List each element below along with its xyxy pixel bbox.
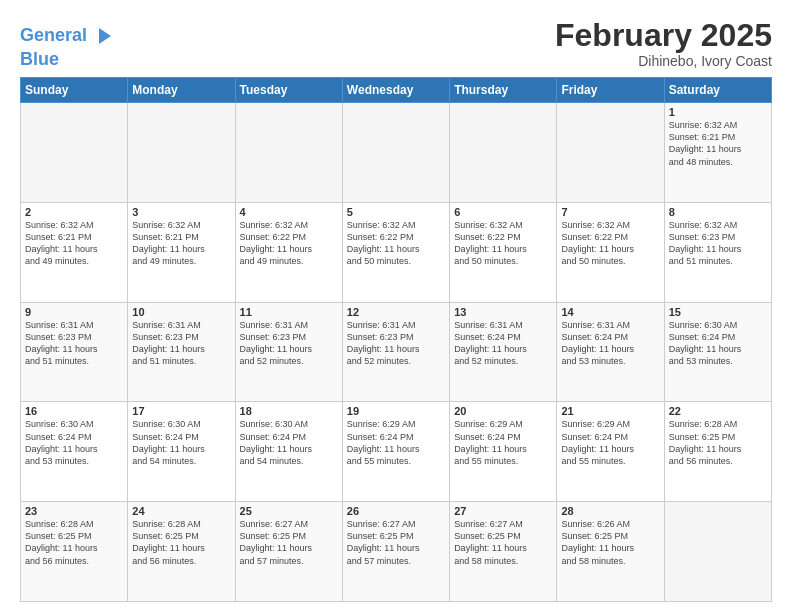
week-row-0: 1Sunrise: 6:32 AM Sunset: 6:21 PM Daylig… xyxy=(21,103,772,203)
day-cell: 25Sunrise: 6:27 AM Sunset: 6:25 PM Dayli… xyxy=(235,502,342,602)
day-number: 4 xyxy=(240,206,338,218)
day-number: 9 xyxy=(25,306,123,318)
day-info: Sunrise: 6:31 AM Sunset: 6:23 PM Dayligh… xyxy=(240,319,338,368)
day-cell: 20Sunrise: 6:29 AM Sunset: 6:24 PM Dayli… xyxy=(450,402,557,502)
logo-text: General xyxy=(20,26,87,46)
day-info: Sunrise: 6:32 AM Sunset: 6:22 PM Dayligh… xyxy=(454,219,552,268)
day-number: 24 xyxy=(132,505,230,517)
day-cell: 14Sunrise: 6:31 AM Sunset: 6:24 PM Dayli… xyxy=(557,302,664,402)
day-cell xyxy=(664,502,771,602)
header-wednesday: Wednesday xyxy=(342,78,449,103)
day-info: Sunrise: 6:27 AM Sunset: 6:25 PM Dayligh… xyxy=(347,518,445,567)
day-cell: 28Sunrise: 6:26 AM Sunset: 6:25 PM Dayli… xyxy=(557,502,664,602)
day-cell: 13Sunrise: 6:31 AM Sunset: 6:24 PM Dayli… xyxy=(450,302,557,402)
day-number: 12 xyxy=(347,306,445,318)
day-info: Sunrise: 6:30 AM Sunset: 6:24 PM Dayligh… xyxy=(25,418,123,467)
day-cell: 22Sunrise: 6:28 AM Sunset: 6:25 PM Dayli… xyxy=(664,402,771,502)
month-title: February 2025 xyxy=(555,18,772,53)
day-number: 16 xyxy=(25,405,123,417)
day-number: 20 xyxy=(454,405,552,417)
calendar-header: Sunday Monday Tuesday Wednesday Thursday… xyxy=(21,78,772,103)
day-number: 15 xyxy=(669,306,767,318)
day-cell xyxy=(235,103,342,203)
day-number: 3 xyxy=(132,206,230,218)
day-cell: 18Sunrise: 6:30 AM Sunset: 6:24 PM Dayli… xyxy=(235,402,342,502)
week-row-2: 9Sunrise: 6:31 AM Sunset: 6:23 PM Daylig… xyxy=(21,302,772,402)
week-row-3: 16Sunrise: 6:30 AM Sunset: 6:24 PM Dayli… xyxy=(21,402,772,502)
logo-icon xyxy=(89,22,117,50)
day-info: Sunrise: 6:30 AM Sunset: 6:24 PM Dayligh… xyxy=(669,319,767,368)
day-info: Sunrise: 6:31 AM Sunset: 6:23 PM Dayligh… xyxy=(25,319,123,368)
day-info: Sunrise: 6:30 AM Sunset: 6:24 PM Dayligh… xyxy=(132,418,230,467)
day-number: 21 xyxy=(561,405,659,417)
day-cell: 8Sunrise: 6:32 AM Sunset: 6:23 PM Daylig… xyxy=(664,202,771,302)
logo-blue: Blue xyxy=(20,50,117,68)
day-cell xyxy=(450,103,557,203)
header-monday: Monday xyxy=(128,78,235,103)
day-cell: 6Sunrise: 6:32 AM Sunset: 6:22 PM Daylig… xyxy=(450,202,557,302)
svg-marker-0 xyxy=(99,28,111,44)
day-number: 5 xyxy=(347,206,445,218)
calendar-body: 1Sunrise: 6:32 AM Sunset: 6:21 PM Daylig… xyxy=(21,103,772,602)
day-info: Sunrise: 6:31 AM Sunset: 6:24 PM Dayligh… xyxy=(561,319,659,368)
day-cell: 7Sunrise: 6:32 AM Sunset: 6:22 PM Daylig… xyxy=(557,202,664,302)
day-cell: 10Sunrise: 6:31 AM Sunset: 6:23 PM Dayli… xyxy=(128,302,235,402)
title-block: February 2025 Dihinebo, Ivory Coast xyxy=(555,18,772,69)
week-row-4: 23Sunrise: 6:28 AM Sunset: 6:25 PM Dayli… xyxy=(21,502,772,602)
location-subtitle: Dihinebo, Ivory Coast xyxy=(555,53,772,69)
day-cell: 27Sunrise: 6:27 AM Sunset: 6:25 PM Dayli… xyxy=(450,502,557,602)
day-number: 10 xyxy=(132,306,230,318)
header-row: Sunday Monday Tuesday Wednesday Thursday… xyxy=(21,78,772,103)
day-number: 25 xyxy=(240,505,338,517)
day-info: Sunrise: 6:32 AM Sunset: 6:22 PM Dayligh… xyxy=(240,219,338,268)
day-number: 1 xyxy=(669,106,767,118)
day-number: 19 xyxy=(347,405,445,417)
day-cell: 15Sunrise: 6:30 AM Sunset: 6:24 PM Dayli… xyxy=(664,302,771,402)
day-info: Sunrise: 6:27 AM Sunset: 6:25 PM Dayligh… xyxy=(454,518,552,567)
day-cell: 5Sunrise: 6:32 AM Sunset: 6:22 PM Daylig… xyxy=(342,202,449,302)
day-info: Sunrise: 6:29 AM Sunset: 6:24 PM Dayligh… xyxy=(454,418,552,467)
day-number: 13 xyxy=(454,306,552,318)
day-info: Sunrise: 6:31 AM Sunset: 6:23 PM Dayligh… xyxy=(132,319,230,368)
day-cell: 4Sunrise: 6:32 AM Sunset: 6:22 PM Daylig… xyxy=(235,202,342,302)
calendar-table: Sunday Monday Tuesday Wednesday Thursday… xyxy=(20,77,772,602)
day-number: 27 xyxy=(454,505,552,517)
header-saturday: Saturday xyxy=(664,78,771,103)
day-info: Sunrise: 6:28 AM Sunset: 6:25 PM Dayligh… xyxy=(669,418,767,467)
day-number: 23 xyxy=(25,505,123,517)
page: General Blue February 2025 Dihinebo, Ivo… xyxy=(0,0,792,612)
day-number: 11 xyxy=(240,306,338,318)
day-number: 6 xyxy=(454,206,552,218)
day-number: 14 xyxy=(561,306,659,318)
day-info: Sunrise: 6:28 AM Sunset: 6:25 PM Dayligh… xyxy=(132,518,230,567)
day-cell: 17Sunrise: 6:30 AM Sunset: 6:24 PM Dayli… xyxy=(128,402,235,502)
day-cell: 1Sunrise: 6:32 AM Sunset: 6:21 PM Daylig… xyxy=(664,103,771,203)
day-number: 26 xyxy=(347,505,445,517)
day-cell xyxy=(342,103,449,203)
day-info: Sunrise: 6:26 AM Sunset: 6:25 PM Dayligh… xyxy=(561,518,659,567)
day-cell: 2Sunrise: 6:32 AM Sunset: 6:21 PM Daylig… xyxy=(21,202,128,302)
day-number: 8 xyxy=(669,206,767,218)
day-cell: 11Sunrise: 6:31 AM Sunset: 6:23 PM Dayli… xyxy=(235,302,342,402)
day-cell: 3Sunrise: 6:32 AM Sunset: 6:21 PM Daylig… xyxy=(128,202,235,302)
day-cell: 21Sunrise: 6:29 AM Sunset: 6:24 PM Dayli… xyxy=(557,402,664,502)
day-cell: 19Sunrise: 6:29 AM Sunset: 6:24 PM Dayli… xyxy=(342,402,449,502)
day-cell: 16Sunrise: 6:30 AM Sunset: 6:24 PM Dayli… xyxy=(21,402,128,502)
day-cell xyxy=(21,103,128,203)
day-info: Sunrise: 6:29 AM Sunset: 6:24 PM Dayligh… xyxy=(561,418,659,467)
day-cell xyxy=(557,103,664,203)
day-cell xyxy=(128,103,235,203)
header: General Blue February 2025 Dihinebo, Ivo… xyxy=(20,18,772,69)
day-info: Sunrise: 6:29 AM Sunset: 6:24 PM Dayligh… xyxy=(347,418,445,467)
header-tuesday: Tuesday xyxy=(235,78,342,103)
day-info: Sunrise: 6:32 AM Sunset: 6:21 PM Dayligh… xyxy=(669,119,767,168)
day-info: Sunrise: 6:28 AM Sunset: 6:25 PM Dayligh… xyxy=(25,518,123,567)
week-row-1: 2Sunrise: 6:32 AM Sunset: 6:21 PM Daylig… xyxy=(21,202,772,302)
day-info: Sunrise: 6:31 AM Sunset: 6:24 PM Dayligh… xyxy=(454,319,552,368)
day-number: 28 xyxy=(561,505,659,517)
day-number: 17 xyxy=(132,405,230,417)
day-info: Sunrise: 6:27 AM Sunset: 6:25 PM Dayligh… xyxy=(240,518,338,567)
day-cell: 24Sunrise: 6:28 AM Sunset: 6:25 PM Dayli… xyxy=(128,502,235,602)
day-info: Sunrise: 6:32 AM Sunset: 6:22 PM Dayligh… xyxy=(561,219,659,268)
logo: General Blue xyxy=(20,22,117,68)
